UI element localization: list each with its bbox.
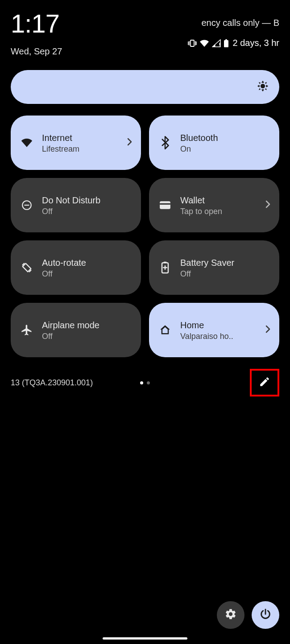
wallet-icon — [158, 201, 172, 210]
pencil-icon — [259, 376, 270, 389]
tile-title: Battery Saver — [180, 257, 270, 268]
tile-sub: Off — [180, 269, 270, 279]
home-indicator[interactable] — [103, 637, 187, 640]
svg-rect-4 — [224, 40, 228, 47]
tile-title: Do Not Disturb — [42, 194, 132, 206]
svg-rect-8 — [160, 201, 170, 209]
airplane-icon — [20, 324, 34, 336]
tile-sub: On — [180, 144, 270, 154]
dnd-tile[interactable]: Do Not Disturb Off — [11, 178, 141, 232]
tile-title: Home — [180, 319, 257, 331]
chevron-right-icon — [127, 137, 132, 148]
gear-icon — [224, 608, 237, 622]
home-icon — [158, 324, 172, 336]
wifi-icon — [199, 39, 209, 47]
tile-sub: Lifestream — [42, 144, 119, 154]
date: Wed, Sep 27 — [11, 46, 62, 57]
tile-sub: Off — [42, 332, 132, 341]
home-tile[interactable]: Home Valparaiso ho.. — [149, 303, 279, 357]
tile-sub: Off — [42, 269, 132, 279]
page-indicator — [140, 381, 150, 384]
autorotate-tile[interactable]: Auto-rotate Off — [11, 240, 141, 295]
tile-title: Airplane mode — [42, 319, 132, 331]
vibrate-icon — [188, 39, 197, 47]
rotate-icon — [20, 261, 34, 274]
svg-rect-0 — [191, 40, 194, 46]
power-icon — [259, 608, 272, 622]
battery-saver-icon — [158, 261, 172, 274]
brightness-icon — [257, 80, 269, 94]
signal-icon — [212, 39, 221, 47]
internet-tile[interactable]: Internet Lifestream — [11, 116, 141, 170]
wallet-tile[interactable]: Wallet Tap to open — [149, 178, 279, 232]
airplane-tile[interactable]: Airplane mode Off — [11, 303, 141, 357]
battery-icon — [224, 39, 229, 47]
battery-saver-tile[interactable]: Battery Saver Off — [149, 240, 279, 295]
svg-rect-9 — [160, 203, 170, 205]
wifi-icon — [20, 138, 34, 148]
chevron-right-icon — [265, 325, 270, 335]
battery-text: 2 days, 3 hr — [232, 38, 279, 48]
settings-button[interactable] — [217, 601, 244, 629]
build-number: 13 (TQ3A.230901.001) — [11, 378, 93, 388]
tile-sub: Off — [42, 207, 132, 216]
dnd-icon — [20, 199, 34, 211]
status-bar: 2 days, 3 hr — [188, 38, 279, 48]
svg-point-6 — [261, 84, 265, 88]
brightness-slider[interactable] — [11, 70, 279, 104]
chevron-right-icon — [265, 200, 270, 211]
power-button[interactable] — [252, 601, 279, 629]
clock: 1:17 — [11, 11, 62, 37]
edit-button[interactable] — [259, 376, 270, 389]
bluetooth-tile[interactable]: Bluetooth On — [149, 116, 279, 170]
svg-rect-1 — [220, 43, 220, 45]
tile-title: Auto-rotate — [42, 257, 132, 268]
tile-title: Internet — [42, 132, 119, 144]
tile-sub: Tap to open — [180, 207, 257, 216]
tile-title: Wallet — [180, 194, 257, 206]
svg-point-2 — [220, 46, 220, 47]
tile-title: Bluetooth — [180, 132, 270, 144]
carrier-text: ency calls only — B — [201, 18, 279, 28]
bluetooth-icon — [158, 136, 172, 149]
svg-rect-3 — [225, 39, 227, 40]
tile-sub: Valparaiso ho.. — [180, 332, 257, 341]
